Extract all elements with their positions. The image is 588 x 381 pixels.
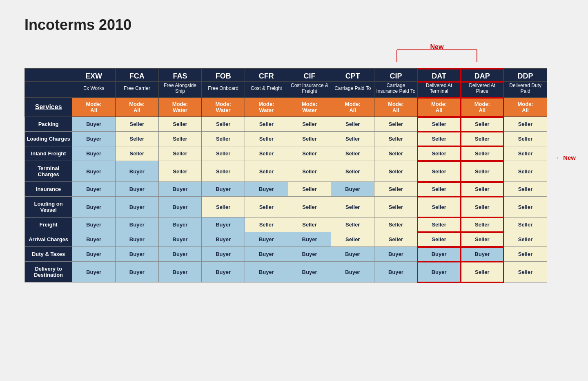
cell-ac-cfr: Buyer [245, 232, 288, 247]
mode-cip: Mode:All [374, 98, 418, 117]
cell-fr-ddp: Seller [504, 217, 547, 232]
cell-dd-fob: Buyer [202, 262, 245, 282]
label-arrival-charges: Arrival Charges [25, 232, 72, 247]
cell-lv-fca: Buyer [115, 197, 158, 217]
cell-if-exw: Buyer [72, 146, 116, 161]
mode-dap: Mode:All [461, 98, 504, 117]
cell-lv-dap: Seller [461, 197, 504, 217]
label-loading-charges: Loading Charges [25, 132, 72, 146]
cell-ins-ddp: Seller [504, 182, 547, 197]
cell-lc-fob: Seller [202, 132, 245, 146]
cell-fr-dat: Seller [417, 217, 461, 232]
cell-tc-cif: Seller [288, 161, 331, 182]
cell-dt-exw: Buyer [72, 247, 116, 262]
label-inland-freight: Inland Freight [25, 146, 72, 161]
cell-lc-ddp: Seller [504, 132, 547, 146]
cell-dt-fas: Buyer [158, 247, 202, 262]
mode-fca: Mode:All [115, 98, 158, 117]
cell-lc-fas: Seller [158, 132, 202, 146]
mode-cfr: Mode:Water [245, 98, 288, 117]
cell-lc-cif: Seller [288, 132, 331, 146]
cell-lv-fas: Buyer [158, 197, 202, 217]
cell-tc-fas: Seller [158, 161, 202, 182]
cell-ac-exw: Buyer [72, 232, 116, 247]
mode-fob: Mode:Water [202, 98, 245, 117]
row-duty-taxes: Duty & Taxes Buyer Buyer Buyer Buyer Buy… [25, 247, 547, 262]
cell-tc-exw: Buyer [72, 161, 116, 182]
cell-ins-dat: Seller [417, 182, 461, 197]
cell-lc-exw: Buyer [72, 132, 116, 146]
cell-lv-cpt: Seller [331, 197, 374, 217]
label-duty-taxes: Duty & Taxes [25, 247, 72, 262]
row-packing: Packing Buyer Seller Seller Seller Selle… [25, 117, 547, 132]
header-fca-abbr: FCA [115, 69, 158, 82]
cell-if-cif: Seller [288, 146, 331, 161]
cell-ins-cpt: Buyer [331, 182, 374, 197]
header-fca-name: Free Carrier [115, 82, 158, 98]
cell-dd-dap: Seller [461, 262, 504, 282]
cell-lc-fca: Seller [115, 132, 158, 146]
cell-tc-cpt: Seller [331, 161, 374, 182]
cell-dd-cif: Buyer [288, 262, 331, 282]
cell-ac-dat: Seller [417, 232, 461, 247]
cell-fr-fob: Buyer [202, 217, 245, 232]
header-row-name: Ex Works Free Carrier Free Alongside Shi… [25, 82, 547, 98]
cell-fr-fca: Buyer [115, 217, 158, 232]
cell-lv-exw: Buyer [72, 197, 116, 217]
header-dat-name: Delivered At Terminal [417, 82, 461, 98]
cell-if-cpt: Seller [331, 146, 374, 161]
cell-dd-exw: Buyer [72, 262, 116, 282]
cell-dt-dat: Buyer [417, 247, 461, 262]
cell-if-fob: Seller [202, 146, 245, 161]
cell-ac-dap: Seller [461, 232, 504, 247]
header-fob-name: Free Onboard [202, 82, 245, 98]
mode-cif: Mode:Water [288, 98, 331, 117]
row-freight: Freight Buyer Buyer Buyer Buyer Seller S… [25, 217, 547, 232]
header-exw-name: Ex Works [72, 82, 116, 98]
row-inland-freight: Inland Freight Buyer Seller Seller Selle… [25, 146, 547, 161]
header-dap-abbr: DAP [461, 69, 504, 82]
cell-tc-fca: Buyer [115, 161, 158, 182]
header-fas-name: Free Alongside Ship [158, 82, 202, 98]
header-cip-name: Carriage Insurance Paid To [374, 82, 418, 98]
cell-packing-cip: Seller [374, 117, 418, 132]
cell-dt-cpt: Buyer [331, 247, 374, 262]
cell-fr-cpt: Seller [331, 217, 374, 232]
cell-ins-dap: Seller [461, 182, 504, 197]
cell-if-cfr: Seller [245, 146, 288, 161]
cell-dd-cip: Buyer [374, 262, 418, 282]
cell-lc-cpt: Seller [331, 132, 374, 146]
header-dat-abbr: DAT [417, 69, 461, 82]
header-cpt-abbr: CPT [331, 69, 374, 82]
label-terminal-charges: Terminal Charges [25, 161, 72, 182]
header-cfr-abbr: CFR [245, 69, 288, 82]
cell-dd-dat: Buyer [417, 262, 461, 282]
cell-lv-cif: Seller [288, 197, 331, 217]
label-delivery-destination: Delivery to Destination [25, 262, 72, 282]
cell-fr-cif: Seller [288, 217, 331, 232]
cell-lc-cfr: Seller [245, 132, 288, 146]
cell-lv-ddp: Seller [504, 197, 547, 217]
cell-dd-fas: Buyer [158, 262, 202, 282]
cell-tc-cfr: Seller [245, 161, 288, 182]
row-loading-charges: Loading Charges Buyer Seller Seller Sell… [25, 132, 547, 146]
cell-packing-dat: Seller [417, 117, 461, 132]
header-dap-name: Delivered At Place [461, 82, 504, 98]
mode-exw: Mode:All [72, 98, 116, 117]
header-cif-name: Cost Insurance & Freight [288, 82, 331, 98]
cell-ac-cip: Seller [374, 232, 418, 247]
cell-dt-ddp: Seller [504, 247, 547, 262]
cell-ac-cif: Buyer [288, 232, 331, 247]
cell-packing-cpt: Seller [331, 117, 374, 132]
header-ddp-name: Delivered Duty Paid [504, 82, 547, 98]
mode-fas: Mode:Water [158, 98, 202, 117]
row-loading-vessel: Loading on Vessel Buyer Buyer Buyer Sell… [25, 197, 547, 217]
header-ddp-abbr: DDP [504, 69, 547, 82]
header-fob-abbr: FOB [202, 69, 245, 82]
cell-tc-dap: Seller [461, 161, 504, 182]
label-loading-vessel: Loading on Vessel [25, 197, 72, 217]
cell-if-fca: Seller [115, 146, 158, 161]
cell-packing-ddp: Seller [504, 117, 547, 132]
row-arrival-charges: Arrival Charges Buyer Buyer Buyer Buyer … [25, 232, 547, 247]
cell-ins-fob: Buyer [202, 182, 245, 197]
